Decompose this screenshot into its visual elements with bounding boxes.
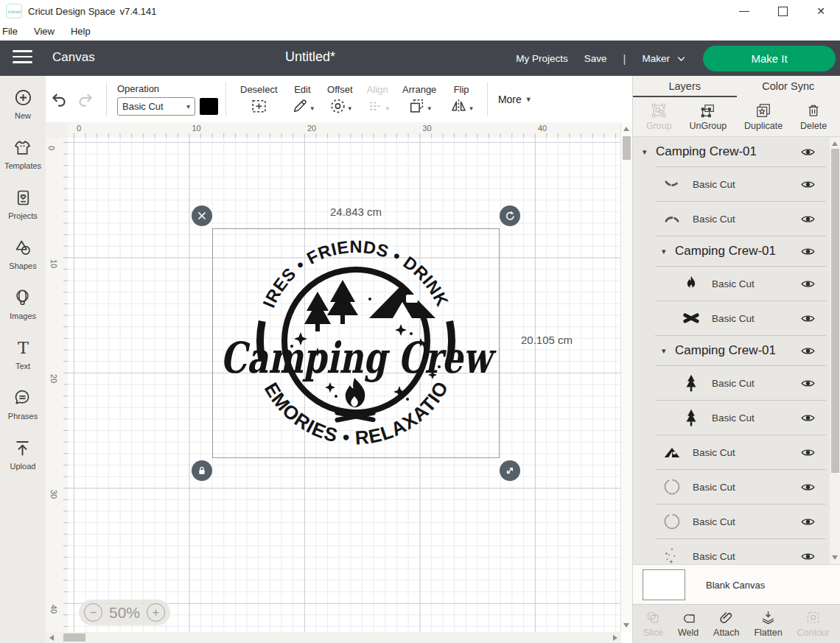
- visibility-toggle[interactable]: [800, 144, 816, 160]
- edit-button[interactable]: Edit ▾: [291, 84, 315, 115]
- scroll-up-icon[interactable]: [623, 127, 629, 131]
- document-title[interactable]: Untitled*: [285, 49, 335, 65]
- color-swatch[interactable]: [200, 98, 218, 115]
- offset-button[interactable]: Offset ▾: [327, 84, 352, 115]
- lock-handle[interactable]: [192, 460, 212, 481]
- layer-row[interactable]: Basic Cut: [633, 366, 830, 400]
- visibility-toggle[interactable]: [800, 376, 816, 391]
- maximize-button[interactable]: [763, 0, 802, 22]
- sidebar-item-shapes[interactable]: Shapes: [9, 238, 36, 270]
- rotate-handle[interactable]: [500, 205, 520, 226]
- visibility-toggle[interactable]: [800, 479, 816, 495]
- sidebar-item-new[interactable]: New: [13, 88, 33, 120]
- canvas-horizontal-scrollbar[interactable]: [46, 632, 621, 643]
- scroll-down-icon[interactable]: [623, 623, 629, 628]
- visibility-toggle[interactable]: [800, 211, 816, 227]
- caret-down-icon[interactable]: ▾: [643, 147, 654, 157]
- my-projects-link[interactable]: My Projects: [516, 53, 568, 64]
- scroll-left-icon[interactable]: [49, 635, 54, 641]
- visibility-toggle[interactable]: [800, 311, 816, 326]
- menu-item-view[interactable]: View: [34, 26, 55, 37]
- save-link[interactable]: Save: [584, 53, 607, 64]
- menu-item-file[interactable]: File: [2, 26, 18, 37]
- visibility-toggle[interactable]: [800, 343, 816, 359]
- attach-button[interactable]: Attach: [713, 610, 739, 638]
- layer-row[interactable]: Basic Cut: [633, 202, 830, 236]
- sidebar-item-templates[interactable]: Templates: [4, 138, 41, 170]
- layer-thumbnail-sparkle-dots-icon: [662, 547, 682, 564]
- canvas-vertical-scrollbar[interactable]: [620, 122, 632, 632]
- eye-icon: [800, 177, 816, 192]
- layers-scroll-thumb[interactable]: [831, 149, 839, 473]
- hamburger-menu-icon[interactable]: [13, 50, 32, 63]
- layer-group-row[interactable]: ▾Camping Crew-01: [633, 336, 830, 365]
- sidebar-item-images[interactable]: Images: [10, 288, 36, 320]
- layer-row[interactable]: Basic Cut: [633, 505, 830, 538]
- sidebar-item-projects[interactable]: Projects: [8, 188, 38, 220]
- app-title: Cricut Design Spacev7.4.141: [28, 6, 156, 17]
- remove-handle[interactable]: [192, 205, 212, 226]
- make-it-button[interactable]: Make It: [703, 46, 836, 71]
- flip-icon: [449, 96, 468, 115]
- layer-row[interactable]: Basic Cut: [633, 539, 830, 564]
- operation-group: Operation Basic Cut▾: [117, 83, 218, 116]
- layer-row[interactable]: Basic Cut: [633, 267, 830, 301]
- caret-down-icon[interactable]: ▾: [662, 346, 673, 356]
- vertical-scroll-thumb[interactable]: [623, 136, 631, 160]
- undo-button[interactable]: [46, 90, 72, 109]
- scroll-up-icon[interactable]: [832, 141, 838, 146]
- horizontal-scroll-thumb[interactable]: [63, 633, 85, 642]
- cricut-logo-icon: cricut: [6, 4, 22, 18]
- minimize-button[interactable]: [725, 0, 763, 22]
- canvas-color-swatch[interactable]: [643, 569, 685, 600]
- zoom-out-button[interactable]: −: [84, 603, 102, 622]
- weld-button[interactable]: Weld: [678, 610, 699, 638]
- arrange-button[interactable]: Arrange ▾: [402, 84, 436, 115]
- redo-button[interactable]: [72, 90, 99, 109]
- layer-row[interactable]: Basic Cut: [633, 435, 830, 469]
- action-label: Duplicate: [744, 121, 783, 131]
- selection-height-label: 20.105 cm: [521, 334, 573, 346]
- delete-button[interactable]: Delete: [800, 102, 827, 131]
- duplicate-button[interactable]: Duplicate: [744, 102, 783, 131]
- sidebar-item-text[interactable]: Text: [13, 338, 33, 370]
- sidebar-item-upload[interactable]: Upload: [10, 438, 36, 471]
- operation-select[interactable]: Basic Cut▾: [117, 97, 195, 116]
- layer-group-row[interactable]: ▾Camping Crew-01: [633, 137, 830, 166]
- deselect-button[interactable]: Deselect: [240, 84, 278, 115]
- tab-layers[interactable]: Layers: [633, 76, 737, 97]
- tab-color-sync[interactable]: Color Sync: [737, 76, 840, 97]
- zoom-in-button[interactable]: +: [147, 603, 165, 622]
- visibility-toggle[interactable]: [800, 276, 816, 292]
- caret-down-icon[interactable]: ▾: [662, 247, 673, 256]
- chevron-down-icon: ▾: [349, 105, 352, 115]
- visibility-toggle[interactable]: [800, 244, 816, 259]
- machine-select[interactable]: Maker: [642, 53, 687, 64]
- menu-item-help[interactable]: Help: [71, 26, 91, 37]
- flip-button[interactable]: Flip ▾: [449, 84, 473, 115]
- ungroup-button[interactable]: UnGroup: [689, 102, 727, 131]
- layer-row[interactable]: Basic Cut: [633, 470, 830, 504]
- layer-row[interactable]: Basic Cut: [633, 401, 830, 435]
- flatten-button[interactable]: Flatten: [754, 610, 782, 638]
- close-button[interactable]: ✕: [802, 0, 840, 22]
- scroll-down-icon[interactable]: [832, 555, 838, 560]
- visibility-toggle[interactable]: [800, 177, 816, 192]
- resize-handle[interactable]: [500, 460, 520, 481]
- sidebar-item-label: Shapes: [9, 261, 36, 270]
- weld-icon: [681, 610, 696, 625]
- visibility-toggle[interactable]: [800, 410, 816, 426]
- layers-scrollbar[interactable]: [830, 137, 840, 564]
- visibility-toggle[interactable]: [800, 514, 816, 530]
- sidebar-item-phrases[interactable]: Phrases: [8, 388, 38, 421]
- more-button[interactable]: More▼: [498, 94, 532, 105]
- scroll-right-icon[interactable]: [613, 635, 617, 641]
- visibility-toggle[interactable]: [800, 549, 816, 564]
- layer-row[interactable]: Basic Cut: [633, 301, 830, 335]
- design-artwork[interactable]: FIRES • FRIENDS • DRINKS MEMORIES • RELA…: [212, 228, 500, 458]
- layer-group-row[interactable]: ▾Camping Crew-01: [633, 236, 830, 266]
- offset-icon: [329, 96, 347, 115]
- visibility-toggle[interactable]: [800, 445, 816, 460]
- ruler-number: 30: [49, 489, 58, 498]
- layer-row[interactable]: Basic Cut: [633, 167, 830, 201]
